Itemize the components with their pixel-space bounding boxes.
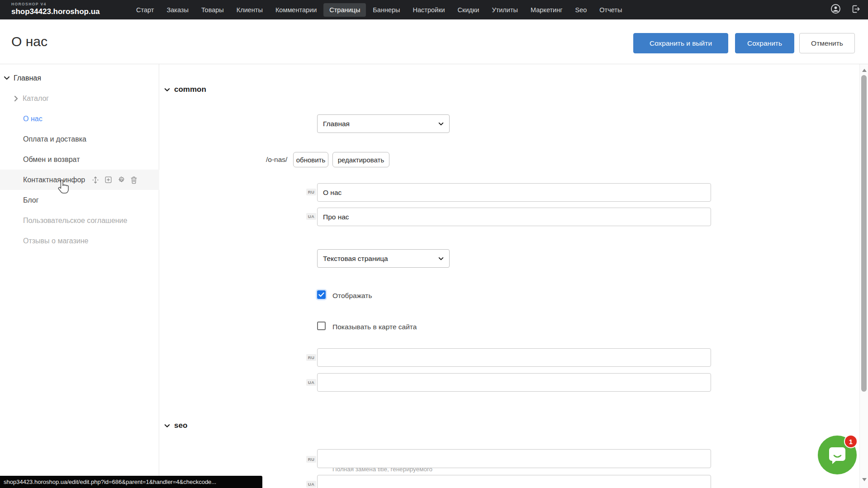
template-value: Текстовая страница <box>323 255 438 263</box>
display-checkbox-checked[interactable] <box>317 290 326 299</box>
nav-item-settings[interactable]: Настройки <box>407 3 451 17</box>
alt-link-ua-input[interactable] <box>317 373 711 392</box>
save-and-exit-button[interactable]: Сохранить и выйти <box>633 33 728 53</box>
nav-item-start[interactable]: Старт <box>130 3 160 17</box>
statusbar-url: shop34423.horoshop.ua/edit/edit.php?id=6… <box>4 479 216 485</box>
link-path-value: /o-nas/ <box>266 156 287 164</box>
sidebar-item-label: Оплата и доставка <box>23 135 86 143</box>
nav-item-products[interactable]: Товары <box>195 3 230 17</box>
ru-lang-badge: RU <box>306 189 316 195</box>
sitemap-checkbox-unchecked[interactable] <box>317 322 326 330</box>
sidebar-item-home[interactable]: Главная <box>0 68 159 88</box>
scroll-up-arrow[interactable] <box>862 69 867 72</box>
top-nav-menu: Старт Заказы Товары Клиенты Комментарии … <box>130 0 629 19</box>
ru-lang-badge: RU <box>306 456 316 463</box>
tree-item-actions <box>91 176 138 184</box>
nav-item-pages[interactable]: Страницы <box>323 3 366 17</box>
horoshop-admin-app: HOROSHOP V4 shop34423.horoshop.ua Старт … <box>0 0 868 488</box>
parent-section-select[interactable]: Главная <box>317 114 450 133</box>
section-title: common <box>174 85 206 94</box>
chevron-down-icon <box>164 424 170 428</box>
user-account-icon[interactable] <box>830 4 841 16</box>
brand-logo[interactable]: HOROSHOP V4 shop34423.horoshop.ua <box>11 2 100 15</box>
sidebar-item-label: Отзывы о магазине <box>23 237 89 245</box>
brand-version-label: HOROSHOP V4 <box>11 2 100 6</box>
ua-lang-badge: UA <box>306 213 316 220</box>
ru-lang-badge: RU <box>306 354 316 361</box>
vertical-scrollbar[interactable] <box>859 64 868 488</box>
sidebar-item-blog[interactable]: Блог <box>0 190 159 210</box>
sidebar-item-label: Каталог <box>23 95 49 103</box>
sidebar-item-payment-delivery[interactable]: Оплата и доставка <box>0 129 159 149</box>
sidebar-item-catalog[interactable]: Каталог <box>0 88 159 109</box>
sidebar-item-store-reviews[interactable]: Отзывы о магазине <box>0 231 159 251</box>
display-label: Отображать <box>332 292 372 300</box>
sidebar-item-contact-info[interactable]: Контактная инфор <box>0 170 159 190</box>
chevron-down-icon[interactable] <box>4 76 10 80</box>
page-title-ua-input[interactable] <box>317 208 711 226</box>
brand-shop-domain: shop34423.horoshop.ua <box>11 8 100 15</box>
sitemap-label: Показывать в карте сайта <box>332 323 417 331</box>
nav-item-clients[interactable]: Клиенты <box>231 3 269 17</box>
alt-link-ru-input[interactable] <box>317 348 711 367</box>
nav-item-utilities[interactable]: Утилиты <box>486 3 524 17</box>
settings-gear-icon[interactable] <box>117 176 125 184</box>
chevron-right-icon[interactable] <box>14 95 18 102</box>
nav-item-seo[interactable]: Seo <box>569 3 593 17</box>
link-preview-statusbar: shop34423.horoshop.ua/edit/edit.php?id=6… <box>0 476 262 488</box>
sidebar-item-about-selected[interactable]: О нас <box>0 109 159 129</box>
template-select[interactable]: Текстовая страница <box>317 249 450 268</box>
nav-item-orders[interactable]: Заказы <box>161 3 194 17</box>
top-navigation-bar: HOROSHOP V4 shop34423.horoshop.ua Старт … <box>0 0 868 19</box>
section-common-toggle[interactable]: common <box>164 85 206 94</box>
scrollbar-thumb[interactable] <box>861 75 867 392</box>
cancel-button[interactable]: Отменить <box>799 33 855 53</box>
nav-item-marketing[interactable]: Маркетинг <box>525 3 569 17</box>
page-edit-form: common Родительский раздел Главная Ссылк… <box>160 64 859 488</box>
chat-bubble-icon <box>827 445 848 465</box>
sidebar-item-label: Главная <box>14 74 41 82</box>
link-edit-button[interactable]: редактировать <box>332 152 389 167</box>
chat-unread-badge: 1 <box>844 435 858 448</box>
delete-trash-icon[interactable] <box>130 176 138 184</box>
page-header: О нас Сохранить и выйти Сохранить Отмени… <box>0 19 868 64</box>
sidebar-item-label: Контактная инфор <box>23 176 85 184</box>
html-title-ru-input[interactable] <box>317 449 711 468</box>
add-page-icon[interactable] <box>104 176 112 184</box>
chevron-down-icon <box>438 122 444 126</box>
scroll-down-arrow[interactable] <box>862 478 867 481</box>
nav-item-comments[interactable]: Комментарии <box>270 3 323 17</box>
ua-lang-badge: UA <box>306 481 316 488</box>
save-button[interactable]: Сохранить <box>735 33 794 53</box>
sidebar-item-exchange-return[interactable]: Обмен и возврат <box>0 149 159 170</box>
html-title-ua-input[interactable] <box>317 475 711 488</box>
nav-item-reports[interactable]: Отчеты <box>593 3 628 17</box>
chevron-down-icon <box>164 88 170 92</box>
pages-tree-sidebar: Главная Каталог О нас Оплата и доставка … <box>0 64 159 488</box>
sidebar-item-user-agreement[interactable]: Пользовательское соглашение <box>0 210 159 231</box>
ua-lang-badge: UA <box>306 379 316 386</box>
nav-item-banners[interactable]: Баннеры <box>367 3 406 17</box>
page-title-ru-input[interactable] <box>317 183 711 202</box>
nav-item-discounts[interactable]: Скидки <box>452 3 485 17</box>
checkmark-icon <box>318 292 324 297</box>
page-title: О нас <box>11 34 47 49</box>
top-nav-actions <box>830 0 861 19</box>
chevron-down-icon <box>438 257 444 261</box>
sidebar-item-label: Пользовательское соглашение <box>23 217 127 225</box>
logout-icon[interactable] <box>851 4 861 16</box>
sidebar-item-label: Обмен и возврат <box>23 156 80 164</box>
section-title: seo <box>174 421 187 430</box>
parent-section-value: Главная <box>323 120 438 128</box>
sidebar-item-label: О нас <box>23 115 43 123</box>
move-icon[interactable] <box>91 176 100 184</box>
section-seo-toggle[interactable]: seo <box>164 421 187 430</box>
sidebar-item-label: Блог <box>23 196 39 204</box>
link-refresh-button[interactable]: обновить <box>293 152 328 167</box>
